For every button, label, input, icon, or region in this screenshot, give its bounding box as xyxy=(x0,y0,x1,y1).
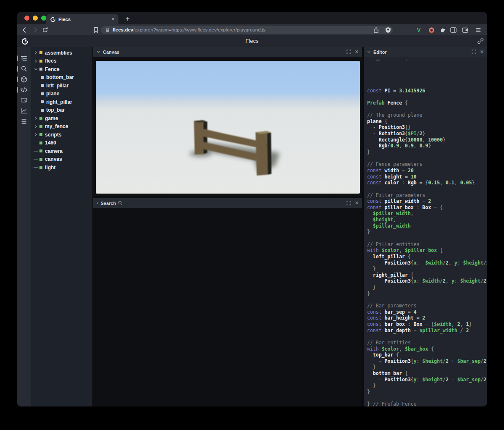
tree-item-top_bar[interactable]: top_bar xyxy=(31,106,92,115)
tree-item-my_fence[interactable]: my_fence xyxy=(31,123,92,131)
code-line-partial xyxy=(406,60,407,60)
chevron-down-icon[interactable] xyxy=(367,50,371,54)
canvas-3d-view[interactable] xyxy=(96,61,360,194)
flecs-logo-icon[interactable] xyxy=(21,37,28,45)
tree-item-label: bottom_bar xyxy=(46,74,74,80)
tab-title: Flecs xyxy=(58,17,111,22)
entity-square xyxy=(39,149,42,152)
sidebar-item-search[interactable] xyxy=(17,63,31,74)
tree-item-label: canvas xyxy=(45,156,62,162)
inspector-icon xyxy=(20,97,28,104)
code-line-partial xyxy=(376,60,380,60)
macos-minimize-button[interactable] xyxy=(33,16,38,21)
tree-item-Fence[interactable]: Fence xyxy=(31,65,92,73)
tree-item-plane[interactable]: plane xyxy=(31,90,92,98)
hexagon-extension-icon[interactable] xyxy=(428,26,436,34)
expand-icon[interactable] xyxy=(346,201,351,205)
tree-item-label: light xyxy=(45,165,55,170)
forward-icon[interactable] xyxy=(32,26,39,34)
search-panel-header[interactable]: • Search ✕ xyxy=(93,198,362,208)
code-line: const color : Rgb = {0.15, 0.1, 0.05} xyxy=(367,180,484,186)
tree-item-bottom_bar[interactable]: bottom_bar xyxy=(31,73,92,82)
code-line xyxy=(367,186,484,192)
tree-item-canvas[interactable]: canvas xyxy=(31,155,92,164)
tree-item-camera[interactable]: camera xyxy=(31,147,92,155)
chevron-right-icon[interactable] xyxy=(34,133,38,136)
chevron-right-icon[interactable] xyxy=(34,51,38,55)
close-icon[interactable]: ✕ xyxy=(480,49,484,55)
code-line: const bar_box : Box = {$width, 2, 1} xyxy=(367,321,484,328)
macos-close-button[interactable] xyxy=(24,16,29,21)
code-line: - Position3{y: $height/2 - $bar_sep/2} xyxy=(367,377,484,383)
tree-item-1460[interactable]: 1460 xyxy=(31,139,92,147)
share-icon[interactable] xyxy=(373,27,380,34)
search-results-area[interactable] xyxy=(93,208,362,406)
tree-item-right_pillar[interactable]: right_pillar xyxy=(31,98,92,106)
leaf-dash xyxy=(34,167,38,168)
back-icon[interactable] xyxy=(21,26,28,34)
search-icon xyxy=(118,201,123,205)
tree-item-label: scripts xyxy=(45,132,61,138)
browser-tab[interactable]: Flecs ✕ xyxy=(46,14,118,24)
code-line: } xyxy=(367,284,484,291)
entity-square xyxy=(41,92,44,95)
code-icon xyxy=(20,86,28,94)
tree-item-label: top_bar xyxy=(46,107,65,113)
code-line: - Rotation3{$PI/2} xyxy=(367,131,484,137)
vue-extension-icon[interactable]: V xyxy=(415,26,423,34)
tree-item-light[interactable]: light xyxy=(31,163,92,172)
url-bar[interactable]: flecs.dev/explorer/?wasm=https://www.fle… xyxy=(101,26,393,34)
canvas-panel-header[interactable]: Canvas ✕ xyxy=(93,47,362,57)
tree-item-scripts[interactable]: scripts xyxy=(31,131,92,139)
code-line: const PI = 3.1415926 xyxy=(367,88,484,94)
sidebar-item-tables[interactable] xyxy=(17,116,31,126)
code-line: - Position3{y: $height/2 + $bar_sep/2} xyxy=(367,358,484,364)
tree-item-left_pillar[interactable]: left_pillar xyxy=(31,81,92,90)
tree-item-game[interactable]: game xyxy=(31,114,92,123)
sidebar-item-cube[interactable] xyxy=(17,74,31,84)
sidebar-item-inspector[interactable] xyxy=(17,95,31,105)
tree-item-label: game xyxy=(45,115,58,121)
menu-icon[interactable] xyxy=(475,26,483,34)
wallet-icon[interactable] xyxy=(462,26,469,34)
sidebar-item-chart[interactable] xyxy=(17,105,31,116)
chevron-down-icon[interactable] xyxy=(34,68,38,71)
entity-square xyxy=(39,158,42,161)
code-line: } xyxy=(367,383,484,389)
tree-item-label: 1460 xyxy=(45,140,56,146)
brave-shield-icon[interactable] xyxy=(385,27,392,34)
editor-panel-header[interactable]: Editor ✕ xyxy=(364,47,487,57)
expand-icon[interactable] xyxy=(346,50,351,54)
chevron-right-icon[interactable] xyxy=(34,125,38,128)
tab-close-icon[interactable]: ✕ xyxy=(111,16,115,22)
reload-icon[interactable] xyxy=(42,26,49,34)
panel-dot-icon[interactable]: • xyxy=(97,201,98,205)
chevron-right-icon[interactable] xyxy=(34,59,38,63)
tree-rail-line xyxy=(35,73,35,110)
code-editor[interactable]: const PI = 3.1415926Prefab Fence {// The… xyxy=(364,57,487,406)
new-tab-button[interactable]: + xyxy=(123,14,133,24)
expand-icon[interactable] xyxy=(472,50,476,54)
active-panel-indicator xyxy=(17,87,18,93)
close-icon[interactable]: ✕ xyxy=(355,49,359,55)
entity-square xyxy=(39,125,42,128)
code-line: left_pillar { xyxy=(367,254,484,260)
macos-maximize-button[interactable] xyxy=(41,16,46,21)
close-icon[interactable]: ✕ xyxy=(355,200,359,206)
code-line: with $color, $pillar_box { xyxy=(367,247,484,254)
tree-item-assemblies[interactable]: assemblies xyxy=(31,49,92,57)
urlbar-divider xyxy=(382,28,382,32)
entity-square xyxy=(39,117,42,120)
chevron-right-icon[interactable] xyxy=(34,116,38,120)
bookmark-icon[interactable] xyxy=(92,26,100,34)
tree-item-flecs[interactable]: flecs xyxy=(31,57,92,66)
code-line xyxy=(367,94,484,100)
chevron-down-icon[interactable] xyxy=(97,50,100,54)
sidebar-item-tree[interactable] xyxy=(17,53,31,63)
code-line: } xyxy=(367,149,484,155)
sidebar-item-code[interactable] xyxy=(17,84,31,95)
page-content: assembliesflecsFencebottom_barleft_pilla… xyxy=(17,47,487,406)
extensions-puzzle-icon[interactable] xyxy=(439,26,447,34)
sidebar-toggle-icon[interactable] xyxy=(450,26,457,34)
link-icon[interactable] xyxy=(477,38,484,45)
